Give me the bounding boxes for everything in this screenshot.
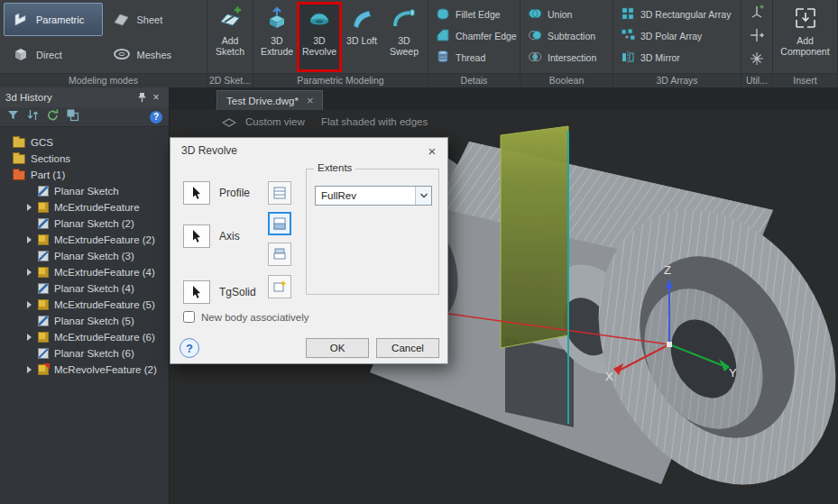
layers-icon[interactable] (66, 108, 79, 125)
mirror-icon (621, 50, 635, 66)
expand-arrow-icon[interactable] (27, 269, 38, 276)
meshes-mode-icon (113, 46, 131, 64)
3d-rectangular-array-button[interactable]: 3D Rectangular Array (615, 4, 739, 25)
extents-dropdown[interactable]: FullRev (315, 186, 432, 206)
chamfer-edge-button[interactable]: Chamfer Edge (430, 25, 518, 47)
add-component-button[interactable]: Add Component (777, 2, 834, 71)
tree-item-planar-sketch[interactable]: Planar Sketch (5) (0, 313, 169, 329)
sketch-plane[interactable] (501, 126, 568, 348)
document-tab-title: Test Drive.dwg* (226, 96, 299, 106)
fillet-edge-icon (436, 6, 450, 23)
profile-pick-row: Profile (183, 181, 250, 205)
tree-item-extrude-feature[interactable]: McExtrudeFeature (0, 199, 169, 215)
tree-item-planar-sketch[interactable]: Planar Sketch (4) (0, 280, 169, 297)
panel-help-icon[interactable]: ? (150, 111, 162, 124)
tree-item-label: Planar Sketch (3) (54, 251, 134, 261)
profile-pick-button[interactable] (183, 181, 210, 205)
sheet-mode-button[interactable]: Sheet (105, 3, 204, 36)
viewport-controls-icon[interactable] (222, 115, 236, 133)
3d-polar-array-button[interactable]: 3D Polar Array (615, 25, 739, 47)
cursor-pointer-icon (190, 285, 203, 299)
util-ucs-button[interactable] (746, 3, 768, 23)
ribbon-group-2d-sketch: Add Sketch 2D Sket... (207, 0, 253, 87)
filter-icon[interactable] (6, 108, 20, 125)
parametric-mode-button[interactable]: Parametric (4, 3, 103, 36)
revolve-option-4-button[interactable] (268, 275, 291, 298)
refresh-icon[interactable] (46, 108, 60, 125)
tree-item-label: Sections (31, 153, 70, 164)
extrude-feature-icon (38, 202, 49, 213)
tree-item-revolve-feature[interactable]: McRevolveFeature (2) (0, 362, 169, 378)
util-move-ucs-button[interactable] (746, 26, 768, 47)
tree-item-planar-sketch[interactable]: Planar Sketch (0, 183, 169, 199)
planar-sketch-icon (38, 186, 49, 197)
revolve-option-2-button[interactable] (268, 212, 291, 235)
tree-item-planar-sketch[interactable]: Planar Sketch (3) (0, 248, 169, 264)
tree-item-extrude-feature[interactable]: McExtrudeFeature (2) (0, 232, 169, 248)
new-body-checkbox[interactable] (183, 311, 195, 323)
meshes-mode-button[interactable]: Meshes (105, 38, 204, 71)
view-dropdown[interactable]: Custom view (245, 116, 305, 127)
expand-arrow-icon[interactable] (27, 204, 38, 211)
3d-extrude-icon (265, 6, 289, 32)
add-component-icon (794, 6, 817, 32)
polar-array-label: 3D Polar Array (640, 31, 702, 41)
visual-style-dropdown[interactable]: Flat shaded with edges (321, 116, 428, 127)
mirror-label: 3D Mirror (640, 52, 680, 63)
revolve-option-3-button[interactable] (268, 243, 291, 266)
intersection-button[interactable]: Intersection (522, 47, 611, 69)
cancel-button[interactable]: Cancel (376, 338, 439, 358)
3d-mirror-button[interactable]: 3D Mirror (615, 47, 739, 69)
ribbon-group-details: Fillet Edge Chamfer Edge Thread Detais (428, 0, 520, 87)
section-fill-icon (272, 216, 287, 231)
dialog-title-bar[interactable]: 3D Revolve × (170, 138, 447, 163)
util-snap-button[interactable] (746, 50, 768, 71)
tree-item-label: McExtrudeFeature (4) (54, 267, 155, 278)
pin-icon[interactable] (134, 90, 149, 105)
snap-point-icon (749, 50, 765, 70)
direct-mode-button[interactable]: Direct (4, 38, 103, 71)
tree-item-sections[interactable]: Sections (0, 151, 169, 167)
planar-sketch-icon (38, 348, 49, 359)
add-sketch-button[interactable]: Add Sketch (209, 2, 251, 71)
tgsolid-pick-button[interactable] (183, 280, 210, 304)
tree-item-extrude-feature[interactable]: McExtrudeFeature (4) (0, 264, 169, 280)
3d-revolve-button[interactable]: 3D Revolve (299, 2, 340, 71)
3d-loft-button[interactable]: 3D Loft (341, 2, 382, 71)
new-body-checkbox-row[interactable]: New body associatively (183, 311, 309, 323)
3d-revolve-icon (308, 6, 331, 32)
fillet-edge-button[interactable]: Fillet Edge (430, 4, 518, 25)
3d-sweep-button[interactable]: 3D Sweep (383, 2, 425, 71)
3d-extrude-button[interactable]: 3D Extrude (256, 2, 298, 71)
sort-icon[interactable] (26, 108, 40, 125)
tree-item-planar-sketch[interactable]: Planar Sketch (6) (0, 345, 169, 362)
expand-arrow-icon[interactable] (27, 301, 38, 308)
add-sketch-label: Add Sketch (209, 35, 251, 57)
tree-item-extrude-feature[interactable]: McExtrudeFeature (6) (0, 329, 169, 345)
cursor-pointer-icon (190, 186, 203, 200)
tree-item-extrude-feature[interactable]: McExtrudeFeature (5) (0, 297, 169, 313)
thread-button[interactable]: Thread (430, 47, 518, 69)
dialog-help-button[interactable]: ? (180, 338, 199, 358)
3d-extrude-label: 3D Extrude (256, 35, 298, 57)
direct-mode-icon (12, 46, 30, 64)
dialog-close-icon[interactable]: × (417, 138, 447, 163)
ok-button[interactable]: OK (306, 338, 369, 358)
expand-arrow-icon[interactable] (27, 366, 38, 373)
meshes-mode-label: Meshes (137, 50, 172, 60)
tree-item-planar-sketch[interactable]: Planar Sketch (2) (0, 215, 169, 232)
axis-pick-button[interactable] (183, 225, 210, 248)
history-panel: 3d History × ? GCS Sections Part (1) Pla… (0, 87, 170, 504)
subtraction-button[interactable]: Subtraction (522, 25, 611, 47)
3d-revolve-label: 3D Revolve (299, 35, 340, 57)
dialog-title: 3D Revolve (181, 144, 237, 157)
expand-arrow-icon[interactable] (27, 334, 38, 341)
document-tab[interactable]: Test Drive.dwg* × (216, 90, 323, 110)
expand-arrow-icon[interactable] (27, 236, 38, 243)
panel-close-icon[interactable]: × (149, 90, 163, 105)
tab-close-icon[interactable]: × (307, 95, 314, 106)
union-button[interactable]: Union (522, 4, 611, 25)
revolve-option-1-button[interactable] (268, 181, 291, 205)
tree-item-part[interactable]: Part (1) (0, 167, 169, 183)
tree-item-gcs[interactable]: GCS (0, 134, 169, 151)
